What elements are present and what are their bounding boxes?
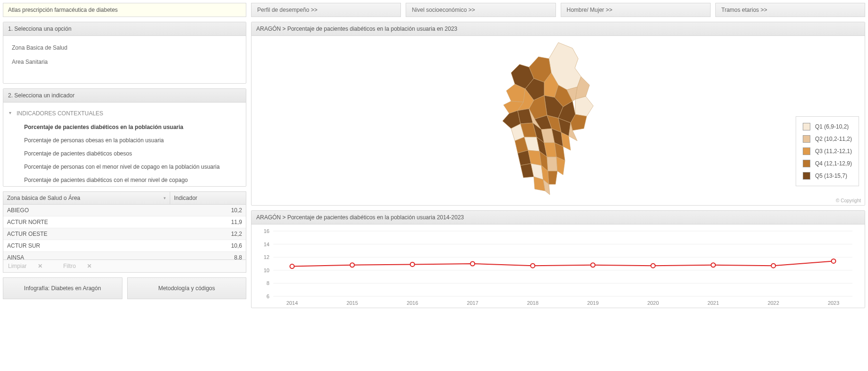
indicator-item[interactable]: Porcentaje de pacientes diabéticos con e…: [7, 173, 242, 186]
col-header-indicator[interactable]: Indicador: [170, 192, 246, 205]
svg-text:12: 12: [264, 254, 269, 260]
table-row[interactable]: ACTUR OESTE12,2: [3, 228, 246, 240]
table-row[interactable]: ACTUR SUR10,6: [3, 240, 246, 252]
legend-item: Q3 (11,2-12,1): [803, 145, 852, 157]
indicator-item[interactable]: Porcentaje de personas obesas en la pobl…: [7, 134, 242, 147]
svg-text:8: 8: [267, 280, 269, 286]
chart-title: ARAGÓN > Porcentaje de pacientes diabéti…: [252, 211, 865, 224]
indicator-item[interactable]: Porcentaje de personas con el menor nive…: [7, 160, 242, 173]
indicator-tree[interactable]: INDICADORES CONTEXTUALES Porcentaje de p…: [3, 103, 246, 186]
value-cell: 8,8: [170, 252, 246, 259]
zone-cell: AINSA: [3, 252, 170, 259]
svg-text:2023: 2023: [828, 300, 839, 306]
svg-point-28: [651, 264, 655, 268]
svg-point-25: [470, 262, 475, 266]
svg-point-31: [832, 259, 836, 263]
value-cell: 11,9: [170, 216, 246, 228]
svg-point-26: [530, 264, 535, 268]
close-icon: ✕: [38, 263, 43, 269]
choropleth-map[interactable]: [478, 40, 639, 202]
legend-label: Q5 (13-15,7): [815, 173, 847, 179]
svg-text:2022: 2022: [768, 300, 779, 306]
legend-item: Q5 (13-15,7): [803, 170, 852, 182]
svg-text:2014: 2014: [286, 300, 298, 306]
map-legend: Q1 (6,9-10,2)Q2 (10,2-11,2)Q3 (11,2-12,1…: [796, 116, 859, 186]
legend-item: Q2 (10,2-11,2): [803, 133, 852, 145]
indicator-item[interactable]: Porcentaje de pacientes diabéticos obeso…: [7, 147, 242, 160]
tab-tramos-etarios[interactable]: Tramos etarios >>: [715, 3, 865, 17]
col-header-zone[interactable]: Zona básica de Salud o Área ▾: [3, 192, 170, 205]
svg-text:2016: 2016: [407, 300, 418, 306]
svg-point-29: [711, 263, 715, 267]
tab-nivel-socioeconomico[interactable]: Nivel socioeconómico >>: [406, 3, 556, 17]
zone-indicator-table: Zona básica de Salud o Área ▾ Indicador …: [3, 191, 246, 273]
map-title: ARAGÓN > Porcentaje de pacientes diabéti…: [252, 22, 865, 36]
svg-text:2021: 2021: [707, 300, 719, 306]
tree-group[interactable]: INDICADORES CONTEXTUALES: [7, 108, 242, 121]
svg-text:6: 6: [267, 293, 269, 299]
legend-item: Q4 (12,1-12,9): [803, 157, 852, 170]
legend-swatch: [803, 123, 810, 130]
copyright-label: © Copyright: [836, 198, 861, 203]
zone-cell: ACTUR OESTE: [3, 228, 170, 240]
legend-label: Q1 (6,9-10,2): [815, 123, 849, 130]
legend-item: Q1 (6,9-10,2): [803, 121, 852, 133]
filter-button[interactable]: Filtro✕: [63, 263, 102, 269]
svg-text:2020: 2020: [647, 300, 659, 306]
indicator-item[interactable]: Porcentaje de pacientes diabéticos en la…: [7, 121, 242, 134]
svg-text:2017: 2017: [467, 300, 478, 306]
svg-text:10: 10: [264, 267, 269, 273]
svg-point-30: [771, 264, 775, 268]
table-row[interactable]: ACTUR NORTE11,9: [3, 216, 246, 228]
table-row[interactable]: ABIEGO10,2: [3, 205, 246, 216]
sort-caret-icon[interactable]: ▾: [164, 196, 166, 200]
tab-hombre-mujer[interactable]: Hombre/ Mujer >>: [561, 3, 711, 17]
app-title: Atlas prescripción farmacéutica de diabe…: [3, 3, 246, 17]
svg-point-22: [290, 264, 294, 268]
close-icon: ✕: [87, 263, 92, 269]
value-cell: 12,2: [170, 228, 246, 240]
table-footer: Limpiar✕ Filtro✕: [3, 259, 246, 272]
infografia-button[interactable]: Infografía: Diabetes en Aragón: [3, 277, 122, 299]
svg-text:14: 14: [264, 242, 269, 247]
zone-cell: ACTUR NORTE: [3, 216, 170, 228]
legend-label: Q4 (12,1-12,9): [815, 160, 852, 167]
section1-header: 1. Selecciona una opción: [3, 22, 246, 36]
section-select-option: 1. Selecciona una opción Zona Basica de …: [3, 22, 246, 84]
legend-swatch: [803, 147, 810, 155]
table-body[interactable]: ABIEGO10,2ACTUR NORTE11,9ACTUR OESTE12,2…: [3, 205, 246, 259]
legend-label: Q2 (10,2-11,2): [815, 136, 852, 142]
section-select-indicator: 2. Selecciona un indicador INDICADORES C…: [3, 88, 246, 187]
svg-text:2019: 2019: [587, 300, 599, 306]
tab-perfil-desempeno[interactable]: Perfil de desempeño >>: [251, 3, 401, 17]
legend-swatch: [803, 172, 810, 180]
trend-line-chart[interactable]: 6810121416201420152016201720182019202020…: [256, 228, 860, 308]
option-zona-basica[interactable]: Zona Basica de Salud: [3, 41, 246, 55]
option-area-sanitaria[interactable]: Area Sanitaria: [3, 55, 246, 69]
col-header-zone-label: Zona básica de Salud o Área: [7, 195, 80, 201]
zone-cell: ACTUR SUR: [3, 240, 170, 252]
value-cell: 10,6: [170, 240, 246, 252]
svg-text:16: 16: [264, 228, 269, 234]
clear-button[interactable]: Limpiar✕: [8, 263, 52, 269]
legend-swatch: [803, 160, 810, 167]
legend-swatch: [803, 135, 810, 143]
value-cell: 10,2: [170, 205, 246, 216]
map-panel: ARAGÓN > Porcentaje de pacientes diabéti…: [251, 22, 865, 206]
svg-text:2018: 2018: [527, 300, 538, 306]
zone-cell: ABIEGO: [3, 205, 170, 216]
svg-point-24: [410, 262, 415, 267]
legend-label: Q3 (11,2-12,1): [815, 148, 852, 155]
svg-text:2015: 2015: [347, 300, 358, 306]
metodologia-button[interactable]: Metodología y códigos: [127, 277, 247, 299]
trend-chart-panel: ARAGÓN > Porcentaje de pacientes diabéti…: [251, 210, 865, 308]
option-list: Zona Basica de Salud Area Sanitaria: [3, 36, 246, 83]
section2-header: 2. Selecciona un indicador: [3, 89, 246, 103]
table-row[interactable]: AINSA8,8: [3, 252, 246, 259]
svg-point-23: [350, 263, 355, 267]
svg-point-27: [591, 263, 595, 267]
